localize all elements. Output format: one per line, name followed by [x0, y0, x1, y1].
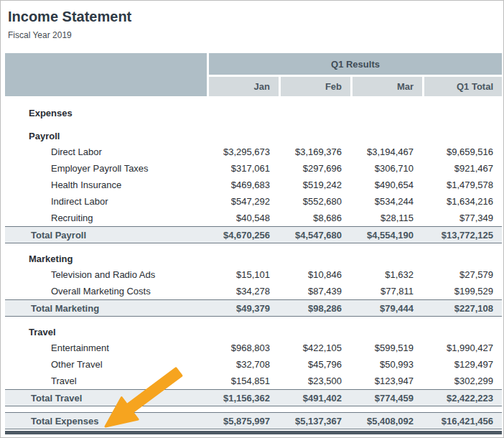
- cell-value: $40,548: [207, 213, 279, 223]
- cell-value: $77,349: [422, 213, 502, 223]
- table-row-employer-payroll-taxes: Employer Payroll Taxes$317,061$297,696$3…: [5, 160, 502, 177]
- cell-value: $129,497: [422, 359, 502, 370]
- cell-value: $98,286: [279, 303, 350, 314]
- cell-value: $23,500: [279, 376, 350, 386]
- cell-value: $77,811: [350, 286, 422, 297]
- table-header: Q1 Results JanFebMarQ1 Total: [5, 53, 502, 96]
- row-label: Other Travel: [5, 359, 207, 370]
- expenses-header-row: Expenses: [5, 105, 502, 121]
- cell-value: $306,710: [350, 163, 422, 174]
- cell-value: $8,686: [279, 213, 350, 223]
- section-label: Payroll: [5, 131, 207, 141]
- table-body: ExpensesPayrollDirect Labor$3,295,673$3,…: [5, 105, 502, 429]
- cell-value: $534,244: [350, 196, 422, 207]
- column-header-row: JanFebMarQ1 Total: [209, 77, 502, 96]
- cell-value: $154,851: [207, 376, 279, 386]
- column-header-jan: Jan: [209, 77, 279, 96]
- table-row-indirect-labor: Indirect Labor$547,292$552,680$534,244$1…: [5, 193, 502, 210]
- column-header-q1-total: Q1 Total: [424, 77, 502, 96]
- table-corner-header: [5, 53, 207, 96]
- row-label: Employer Payroll Taxes: [5, 163, 207, 174]
- report-header: Income Statement Fiscal Year 2019: [1, 1, 503, 41]
- cell-value: $552,680: [279, 196, 350, 207]
- cell-value: $5,875,997: [207, 416, 279, 427]
- grand-total-rule-bar: [5, 431, 502, 434]
- cell-value: $32,708: [207, 359, 279, 370]
- row-label: Travel: [5, 376, 207, 386]
- table-row-television-and-radio-ads: Television and Radio Ads$15,101$10,846$1…: [5, 266, 502, 283]
- table-header-right: Q1 Results JanFebMarQ1 Total: [209, 53, 502, 96]
- cell-value: $34,278: [207, 286, 279, 297]
- cell-value: $3,169,376: [279, 146, 350, 157]
- cell-value: $490,654: [350, 180, 422, 190]
- cell-value: $16,421,456: [422, 416, 502, 427]
- total-label: Total Travel: [5, 393, 207, 404]
- total-row-total-travel: Total Travel$1,156,362$491,402$774,459$2…: [5, 389, 502, 406]
- grand-total-row: Total Expenses$5,875,997$5,137,367$5,408…: [5, 412, 502, 429]
- cell-value: $317,061: [207, 163, 279, 174]
- section-header-row-travel: Travel: [5, 324, 502, 340]
- row-label: Entertainment: [5, 343, 207, 353]
- cell-value: $4,547,680: [279, 230, 350, 241]
- row-label: Health Insurance: [5, 180, 207, 190]
- cell-value: $28,115: [350, 213, 422, 223]
- table-row-direct-labor: Direct Labor$3,295,673$3,169,376$3,194,4…: [5, 144, 502, 160]
- total-label: Total Expenses: [5, 416, 207, 427]
- income-statement-table: Q1 Results JanFebMarQ1 Total ExpensesPay…: [5, 53, 502, 429]
- section-header-row-payroll: Payroll: [5, 128, 502, 144]
- total-label: Total Payroll: [5, 230, 207, 241]
- section-label: Expenses: [5, 108, 207, 118]
- cell-value: $1,632: [350, 269, 422, 280]
- row-label: Recruiting: [5, 213, 207, 223]
- page-title: Income Statement: [8, 7, 503, 26]
- table-row-recruiting: Recruiting$40,548$8,686$28,115$77,349: [5, 210, 502, 226]
- table-row-travel: Travel$154,851$23,500$123,947$302,299: [5, 373, 502, 389]
- cell-value: $4,554,190: [350, 230, 422, 241]
- cell-value: $968,803: [207, 343, 279, 353]
- cell-value: $50,993: [350, 359, 422, 370]
- cell-value: $45,796: [279, 359, 350, 370]
- cell-value: $87,439: [279, 286, 350, 297]
- cell-value: $1,634,216: [422, 196, 502, 207]
- row-label: Indirect Labor: [5, 196, 207, 207]
- cell-value: $547,292: [207, 196, 279, 207]
- cell-value: $1,990,427: [422, 343, 502, 353]
- section-header-row-marketing: Marketing: [5, 251, 502, 266]
- cell-value: $921,467: [422, 163, 502, 174]
- cell-value: $5,408,092: [350, 416, 422, 427]
- report-page: Income Statement Fiscal Year 2019 Q1 Res…: [0, 0, 504, 438]
- row-label: Television and Radio Ads: [5, 269, 207, 280]
- total-label: Total Marketing: [5, 303, 207, 314]
- column-header-mar: Mar: [353, 77, 422, 96]
- cell-value: $123,947: [350, 376, 422, 386]
- table-row-health-insurance: Health Insurance$469,683$519,242$490,654…: [5, 177, 502, 193]
- total-row-total-payroll: Total Payroll$4,670,256$4,547,680$4,554,…: [5, 226, 502, 243]
- cell-value: $519,242: [279, 180, 350, 190]
- cell-value: $79,444: [350, 303, 422, 314]
- cell-value: $302,299: [422, 376, 502, 386]
- cell-value: $9,659,516: [422, 146, 502, 157]
- cell-value: $422,105: [279, 343, 350, 353]
- cell-value: $5,137,367: [279, 416, 350, 427]
- cell-value: $3,194,467: [350, 146, 422, 157]
- cell-value: $1,479,578: [422, 180, 502, 190]
- cell-value: $297,696: [279, 163, 350, 174]
- cell-value: $49,379: [207, 303, 279, 314]
- cell-value: $1,156,362: [207, 393, 279, 404]
- cell-value: $27,579: [422, 269, 502, 280]
- cell-value: $2,422,223: [422, 393, 502, 404]
- q1-results-group-header: Q1 Results: [209, 53, 502, 75]
- column-header-feb: Feb: [281, 77, 350, 96]
- table-row-entertainment: Entertainment$968,803$422,105$599,519$1,…: [5, 340, 502, 356]
- cell-value: $13,772,125: [422, 230, 502, 241]
- row-label: Direct Labor: [5, 146, 207, 157]
- row-label: Overall Marketing Costs: [5, 286, 207, 297]
- cell-value: $3,295,673: [207, 146, 279, 157]
- cell-value: $199,529: [422, 286, 502, 297]
- total-row-total-marketing: Total Marketing$49,379$98,286$79,444$227…: [5, 299, 502, 317]
- cell-value: $15,101: [207, 269, 279, 280]
- cell-value: $774,459: [350, 393, 422, 404]
- cell-value: $469,683: [207, 180, 279, 190]
- table-row-other-travel: Other Travel$32,708$45,796$50,993$129,49…: [5, 356, 502, 373]
- cell-value: $10,846: [279, 269, 350, 280]
